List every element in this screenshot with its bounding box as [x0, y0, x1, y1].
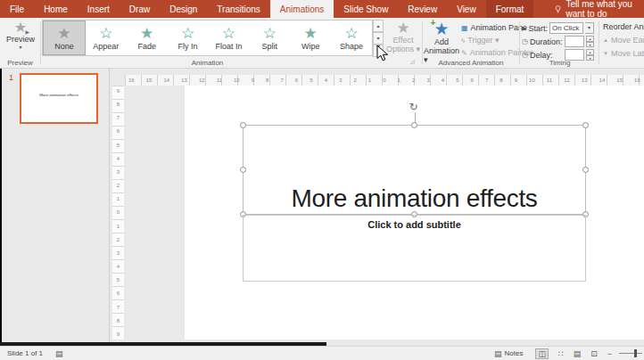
subtitle-placeholder-text[interactable]: Click to add subtitle	[244, 219, 585, 230]
animation-group-label: Animation	[42, 59, 373, 67]
animation-star-icon: ☆	[222, 26, 235, 41]
animation-star-icon: ★	[140, 26, 153, 41]
slide-thumbnail[interactable]: More animation effects	[20, 73, 98, 124]
slideshow-view-icon[interactable]: ⊡	[590, 349, 598, 358]
move-later-button[interactable]: ▼ Move Lat	[603, 49, 644, 58]
tab-view[interactable]: View	[447, 0, 486, 18]
tab-format[interactable]: Format	[486, 0, 534, 18]
tab-transitions[interactable]: Transitions	[207, 0, 270, 18]
ruler-number: 4	[325, 78, 327, 83]
ruler-number: 7	[117, 115, 120, 120]
slide-sorter-view-icon[interactable]: ∷	[558, 349, 564, 358]
ruler-number: 10	[529, 78, 535, 83]
ruler-number: 3	[117, 169, 120, 175]
group-divider	[599, 21, 599, 64]
timing-duration-row: ◷ Duration: ▴ ▾	[522, 36, 594, 47]
preview-button[interactable]: ★ ▶ Preview ▾	[3, 20, 38, 50]
animation-effect-none[interactable]: ★None	[43, 20, 86, 55]
ruler-number: 9	[117, 331, 120, 337]
ruler-number: 13	[181, 78, 187, 83]
animation-star-icon: ☆	[99, 26, 112, 41]
trigger-button[interactable]: ϟ Trigger ▾	[461, 36, 499, 45]
tab-file[interactable]: File	[0, 0, 34, 18]
gallery-scroll-down-button[interactable]: ▾	[373, 32, 384, 45]
preview-star-icon: ★ ▶	[14, 20, 27, 35]
ruler-number: 0	[383, 78, 385, 83]
selection-handle-top-left[interactable]	[240, 122, 246, 128]
animation-effect-split[interactable]: ☆Split	[249, 20, 290, 55]
slide-canvas[interactable]: ↻ More animation effects Click to add su…	[185, 86, 644, 340]
tell-me-label: Tell me what you want to do	[566, 0, 644, 19]
move-earlier-icon: ▲	[603, 37, 608, 43]
start-combobox[interactable]: On Click	[549, 22, 583, 34]
slide-title-text[interactable]: More animation effects	[244, 184, 585, 213]
normal-view-icon[interactable]: ◫	[535, 348, 549, 359]
animation-pane-button[interactable]: ▦ Animation Pane	[461, 23, 527, 32]
rotation-handle-icon[interactable]: ↻	[409, 101, 418, 113]
ruler-number: 1	[117, 224, 120, 229]
effect-options-button[interactable]: ★ Effect Options ▾	[384, 20, 422, 53]
mouse-cursor-icon	[376, 45, 389, 61]
animation-effect-fade[interactable]: ★Fade	[127, 20, 168, 55]
ruler-number: 6	[117, 128, 120, 134]
gallery-scroll-up-button[interactable]: ▴	[373, 20, 384, 32]
ruler-number: 16	[634, 78, 640, 83]
tab-slide-show[interactable]: Slide Show	[334, 0, 398, 18]
thumbnail-title-text: More animation effects	[32, 94, 86, 97]
duration-steppers[interactable]: ▴ ▾	[586, 36, 594, 47]
group-divider	[40, 21, 41, 64]
ruler-number: 5	[117, 277, 120, 282]
subtitle-placeholder[interactable]: Click to add subtitle	[243, 215, 586, 282]
notes-page-icon[interactable]: ▤	[55, 349, 63, 358]
animation-effect-float-in[interactable]: ☆Float In	[209, 20, 250, 55]
duration-spinner[interactable]	[565, 36, 584, 47]
selection-handle-top-right[interactable]	[582, 122, 589, 128]
group-divider	[519, 21, 520, 64]
spin-down-icon[interactable]: ▾	[586, 42, 594, 48]
ruler-number: 14	[163, 78, 169, 83]
ruler-number: 10	[234, 78, 240, 83]
zoom-slider[interactable]	[619, 353, 642, 354]
animation-effect-appear[interactable]: ☆Appear	[86, 20, 127, 55]
selection-handle-mid-right[interactable]	[582, 167, 589, 173]
ruler-number: 2	[117, 237, 120, 242]
ruler-number: 2	[412, 78, 415, 83]
preview-button-label: Preview	[6, 35, 35, 44]
animation-star-icon: ☆	[344, 26, 358, 41]
ruler-number: 7	[485, 78, 488, 83]
ruler-number: 12	[564, 78, 570, 83]
animation-effect-label: Split	[262, 42, 278, 51]
preview-dropdown-arrow-icon: ▾	[19, 44, 21, 50]
animation-dialog-launcher-icon[interactable]: ◿	[410, 58, 415, 64]
ruler-number: 9	[515, 78, 517, 83]
animation-effect-label: Float In	[215, 42, 242, 51]
play-badge-icon: ▶	[26, 29, 30, 35]
title-placeholder[interactable]: ↻ More animation effects	[243, 125, 586, 215]
tab-review[interactable]: Review	[398, 0, 447, 18]
zoom-slider-handle[interactable]	[634, 349, 637, 357]
ruler-number: 1	[398, 78, 400, 83]
preview-group-label: Preview	[0, 59, 40, 67]
animation-effect-wipe[interactable]: ★Wipe	[290, 20, 331, 55]
zoom-out-icon[interactable]: −	[607, 349, 612, 358]
tab-design[interactable]: Design	[160, 0, 207, 18]
reading-view-icon[interactable]: ▤	[574, 349, 582, 358]
animation-effect-fly-in[interactable]: ☆Fly In	[168, 20, 209, 55]
tell-me-box[interactable]: Tell me what you want to do	[555, 0, 644, 18]
add-animation-button[interactable]: ★ + Add Animation ▾	[424, 20, 459, 64]
move-earlier-button[interactable]: ▲ Move Earl	[603, 36, 644, 45]
selection-handle-top-center[interactable]	[411, 122, 417, 128]
tab-home[interactable]: Home	[34, 0, 78, 18]
start-combo-arrow-icon[interactable]: ▾	[585, 22, 594, 34]
ruler-number: 15	[616, 78, 623, 83]
selection-handle-mid-left[interactable]	[240, 167, 246, 173]
tab-insert[interactable]: Insert	[78, 0, 120, 18]
ruler-number: 2	[117, 183, 120, 188]
tab-draw[interactable]: Draw	[120, 0, 160, 18]
ruler-number: 0	[117, 209, 120, 215]
notes-button[interactable]: ▤ Notes	[494, 349, 523, 358]
animation-effect-shape[interactable]: ☆Shape	[331, 20, 372, 55]
tab-animations[interactable]: Animations	[270, 0, 334, 18]
ruler-number: 9	[117, 88, 120, 94]
tab-list: FileHomeInsertDrawDesignTransitionsAnima…	[0, 0, 533, 18]
